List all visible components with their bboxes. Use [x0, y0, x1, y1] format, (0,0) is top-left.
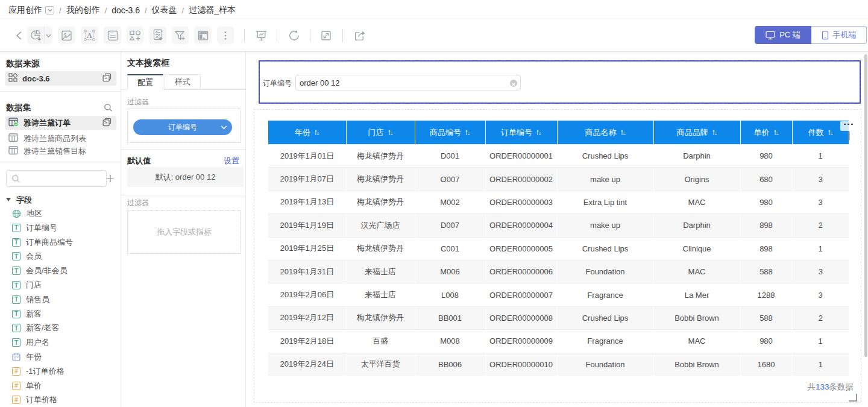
- svg-text:A: A: [87, 31, 92, 39]
